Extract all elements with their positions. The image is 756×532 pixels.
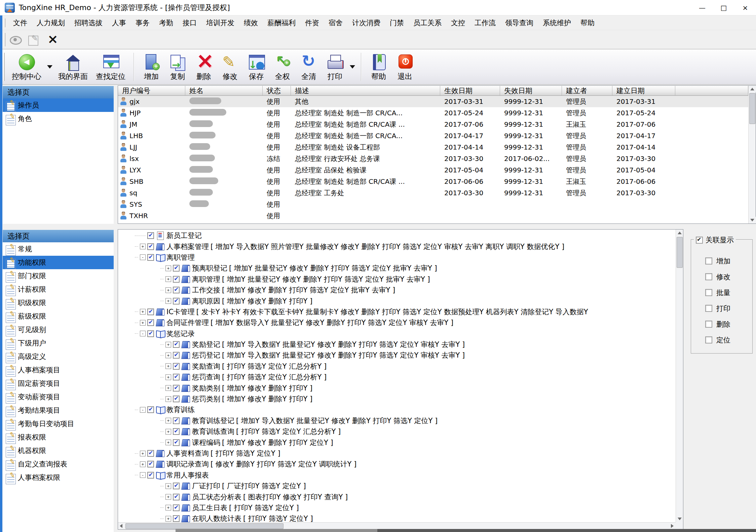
- tree-expander[interactable]: +: [165, 516, 171, 522]
- column-header[interactable]: 状态: [263, 86, 291, 96]
- link-option[interactable]: 删除: [705, 316, 730, 332]
- menu-item[interactable]: 文控: [446, 16, 470, 30]
- dropdown-arrow-icon[interactable]: [348, 57, 357, 77]
- tree-expander[interactable]: +: [140, 244, 146, 249]
- toolbar-button[interactable]: 打印: [322, 51, 348, 83]
- tree-expander[interactable]: +: [165, 494, 171, 500]
- tree-expander[interactable]: +: [165, 385, 171, 391]
- table-row[interactable]: LYX 使用 总经理室 品保处 检验课 2017-05-04 9999-12-3…: [118, 164, 748, 176]
- tree-expander[interactable]: +: [165, 342, 171, 347]
- quickbar-icon[interactable]: [27, 33, 41, 46]
- tree-checkbox[interactable]: [173, 276, 180, 283]
- tree-checkbox[interactable]: [173, 341, 180, 348]
- tree-row[interactable]: + IC卡管理 [ 发卡Y 补卡Y 有效卡下载至卡钟Y 批量制卡Y 修改Y 删除…: [135, 306, 676, 317]
- menu-item[interactable]: 帮助: [576, 16, 599, 30]
- table-row[interactable]: JM 使用 总经理室 制造处 制造部 CR/CA课 ... 2017-07-06…: [118, 119, 748, 130]
- tree-checkbox[interactable]: [147, 472, 154, 479]
- tree-row[interactable]: + 惩罚登记 [ 增加Y 导入数据Y 批量登记Y 修改Y 删除Y 打印Y 筛选Y…: [160, 350, 676, 361]
- tree-expander[interactable]: +: [165, 440, 171, 445]
- toolbar-button[interactable]: 删除: [191, 51, 217, 83]
- tree-expander[interactable]: +: [165, 418, 171, 423]
- tree-row[interactable]: - 教育训练: [135, 404, 676, 415]
- menu-item[interactable]: 员工关系: [409, 16, 446, 30]
- scroll-left-arrow-icon[interactable]: [118, 523, 125, 530]
- sidebar-item[interactable]: 可见级别: [3, 323, 114, 336]
- link-option[interactable]: 修改: [705, 269, 730, 285]
- tree-checkbox[interactable]: [173, 287, 180, 293]
- column-header[interactable]: 失效日期: [500, 86, 562, 96]
- tree-checkbox[interactable]: [173, 428, 180, 435]
- tree-expander[interactable]: +: [165, 505, 171, 510]
- toolbar-button[interactable]: 全清: [296, 51, 322, 83]
- tree-row[interactable]: + 合同证件管理 [ 增加Y 数据导入Y 批量登记Y 修改Y 删除Y 打印Y 筛…: [135, 317, 676, 328]
- tree-expander[interactable]: -: [140, 407, 146, 413]
- tree-checkbox[interactable]: [173, 396, 180, 402]
- menu-item[interactable]: 领导查询: [500, 16, 538, 30]
- table-row[interactable]: lsx 冻结 总经理室 行政安环处 总务课 2017-03-30 2017-06…: [118, 153, 748, 164]
- menu-item[interactable]: 工作流: [470, 16, 500, 30]
- tree-row[interactable]: + 奖励登记 [ 增加Y 导入数据Y 批量登记Y 修改Y 删除Y 打印Y 筛选Y…: [160, 339, 676, 350]
- link-option[interactable]: 批量: [705, 285, 730, 300]
- tree-checkbox[interactable]: [173, 298, 180, 304]
- link-display-checkbox[interactable]: [696, 237, 703, 244]
- tree-expander[interactable]: +: [165, 396, 171, 402]
- tree-checkbox[interactable]: [173, 439, 180, 446]
- menu-item[interactable]: 培训开发: [201, 16, 239, 30]
- tree-checkbox[interactable]: [173, 374, 180, 380]
- tree-checkbox[interactable]: [147, 254, 154, 261]
- quickbar-icon[interactable]: [45, 33, 60, 46]
- sidebar-item[interactable]: 自定义查询报表: [3, 457, 114, 471]
- tree-checkbox[interactable]: [147, 319, 154, 326]
- tree-row[interactable]: - 离职管理: [135, 252, 676, 263]
- tree-expander[interactable]: +: [165, 353, 171, 358]
- tree-vertical-scrollbar[interactable]: [676, 230, 683, 522]
- column-header[interactable]: 描述: [291, 86, 440, 96]
- tree-row[interactable]: + 教育训练查询 [ 打印Y 筛选Y 定位Y 汇总分析Y ]: [160, 426, 676, 437]
- tree-row[interactable]: + 员工生日表 [ 打印Y 筛选Y 定位Y ]: [160, 502, 676, 513]
- table-row[interactable]: TXHR 使用: [118, 210, 748, 221]
- sidebar-item[interactable]: 人事档案权限: [3, 471, 114, 484]
- menu-item[interactable]: 绩效: [239, 16, 263, 30]
- option-checkbox[interactable]: [705, 257, 712, 264]
- tree-row[interactable]: - 常用人事报表: [135, 470, 676, 481]
- tree-checkbox[interactable]: [173, 265, 180, 272]
- sidebar-item[interactable]: 职级权限: [3, 296, 114, 310]
- tree-checkbox[interactable]: [147, 450, 154, 457]
- tree-expander[interactable]: +: [165, 483, 171, 489]
- tree-row[interactable]: + 课程编码 [ 增加Y 修改Y 删除Y 打印Y 定位Y ]: [160, 437, 676, 448]
- column-header[interactable]: 建立日期: [612, 86, 675, 96]
- tree-expander[interactable]: +: [140, 461, 146, 467]
- toolbar-button[interactable]: 控制中心: [8, 51, 45, 83]
- maximize-button[interactable]: □: [713, 0, 734, 15]
- option-checkbox[interactable]: [705, 289, 712, 296]
- tree-checkbox[interactable]: [173, 515, 180, 522]
- table-row[interactable]: gjx 使用 其他 2017-03-31 9999-12-31 管理员 2017…: [118, 96, 748, 107]
- toolbar-button[interactable]: 帮助: [366, 51, 392, 83]
- tree-checkbox[interactable]: [173, 363, 180, 370]
- tree-row[interactable]: + 奖励查询 [ 打印Y 筛选Y 定位Y 汇总分析Y ]: [160, 361, 676, 372]
- scroll-right-arrow-icon[interactable]: [669, 523, 676, 530]
- toolbar-button[interactable]: 复制: [164, 51, 191, 83]
- sidebar-item[interactable]: 下级用户: [3, 336, 114, 350]
- menu-item[interactable]: 件资: [300, 16, 324, 30]
- column-header[interactable]: 姓名: [185, 86, 263, 96]
- tree-checkbox[interactable]: [173, 483, 180, 489]
- sidebar-item[interactable]: 部门权限: [3, 269, 114, 283]
- tree-row[interactable]: + 工作交接 [ 增加Y 修改Y 删除Y 打印Y 筛选Y 定位Y 批审Y 去审Y…: [160, 285, 676, 295]
- sidebar-item[interactable]: 报表权限: [3, 431, 114, 444]
- link-option[interactable]: 定位: [705, 332, 730, 348]
- quickbar-icon[interactable]: [8, 33, 23, 46]
- menu-item[interactable]: 接口: [178, 16, 201, 30]
- tree-expander[interactable]: +: [165, 298, 171, 304]
- tree-row[interactable]: + 调职记录查询 [ 修改Y 删除Y 打印Y 筛选Y 定位Y 调职统计Y ]: [135, 459, 676, 469]
- tree-checkbox[interactable]: [173, 352, 180, 359]
- tree-horizontal-scrollbar[interactable]: [118, 522, 676, 529]
- sidebar-item[interactable]: 角色: [3, 112, 114, 125]
- tree-row[interactable]: + 人事档案管理 [ 增加Y 导入数据Y 照片管理Y 批量修改Y 修改Y 删除Y…: [135, 241, 676, 252]
- tree-expander[interactable]: +: [165, 287, 171, 293]
- tree-row[interactable]: + 教育训练登记 [ 增加Y 导入数据Y 批量登记Y 修改Y 删除Y 打印Y 筛…: [160, 415, 676, 426]
- tree-expander[interactable]: +: [165, 374, 171, 380]
- option-checkbox[interactable]: [705, 305, 712, 312]
- sidebar-item[interactable]: 机器权限: [3, 444, 114, 457]
- tree-row[interactable]: + 员工状态分析表 [ 图表打印Y 修改Y 打印Y 查询Y ]: [160, 491, 676, 502]
